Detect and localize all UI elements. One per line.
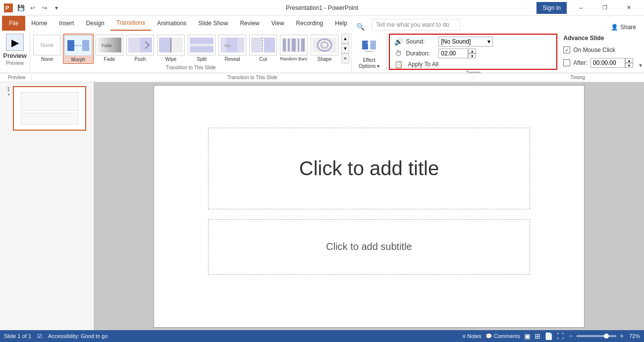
duration-row: ⏱ Duration: 02.00 ▲ ▼ bbox=[394, 49, 552, 58]
notes-button[interactable]: ≡ Notes bbox=[463, 333, 482, 339]
after-time-group: ▲ ▼ bbox=[590, 58, 633, 68]
transition-buttons: None None Morph bbox=[32, 34, 339, 64]
preview-button[interactable]: ▶ Preview bbox=[4, 34, 26, 59]
duration-down-button[interactable]: ▼ bbox=[468, 53, 476, 58]
canvas-area: Click to add title Click to add subtitle bbox=[94, 82, 644, 330]
transition-random-bars[interactable]: Random Bars bbox=[279, 34, 309, 62]
transition-none[interactable]: None None bbox=[32, 34, 62, 63]
tab-file[interactable]: File bbox=[2, 16, 25, 31]
tab-view[interactable]: View bbox=[266, 16, 290, 31]
preview-section-label: Preview bbox=[4, 60, 26, 66]
slide-sorter-button[interactable]: ⊞ bbox=[535, 332, 540, 340]
after-time-input[interactable] bbox=[590, 58, 625, 68]
after-checkbox[interactable] bbox=[563, 59, 570, 66]
tab-help[interactable]: Help bbox=[329, 16, 353, 31]
zoom-control: － ＋ bbox=[568, 332, 625, 341]
minimize-button[interactable]: ─ bbox=[570, 0, 592, 16]
duration-up-button[interactable]: ▲ bbox=[468, 49, 476, 53]
customize-qa-button[interactable]: ▾ bbox=[52, 3, 61, 13]
transition-fade[interactable]: Fade Fade bbox=[95, 34, 124, 63]
after-row: After: ▲ ▼ bbox=[563, 57, 633, 68]
advance-slide-section: Advance Slide On Mouse Click After: ▲ ▼ bbox=[559, 33, 637, 71]
slide-title-box[interactable]: Click to add title bbox=[208, 128, 530, 209]
transition-push[interactable]: Push bbox=[125, 34, 155, 63]
scroll-down-button[interactable]: ▼ bbox=[341, 44, 349, 53]
fade-icon: Fade bbox=[96, 35, 123, 55]
transition-shape[interactable]: Shape bbox=[310, 34, 339, 63]
transition-scroll: ▲ ▼ ≡ bbox=[341, 34, 349, 63]
slide-canvas[interactable]: Click to add title Click to add subtitle bbox=[154, 85, 585, 328]
on-mouse-click-checkbox[interactable] bbox=[563, 47, 570, 53]
svg-text:P: P bbox=[5, 5, 9, 11]
after-up-button[interactable]: ▲ bbox=[625, 58, 633, 63]
svg-rect-19 bbox=[264, 38, 275, 52]
share-button[interactable]: 👤 Share bbox=[605, 24, 642, 31]
comments-button[interactable]: 💬 Comments bbox=[485, 333, 520, 340]
scroll-up-button[interactable]: ▲ bbox=[341, 34, 349, 44]
effect-options-icon bbox=[359, 37, 379, 56]
tell-me-input[interactable]: Tell me what you want to do bbox=[372, 19, 461, 31]
zoom-out-button[interactable]: － bbox=[568, 332, 575, 341]
svg-text:Rev: Rev bbox=[224, 44, 231, 48]
transition-cut[interactable]: Cut bbox=[248, 34, 278, 63]
notes-icon: ≡ bbox=[463, 333, 466, 339]
svg-rect-30 bbox=[362, 41, 368, 49]
normal-view-button[interactable]: ▣ bbox=[524, 332, 531, 340]
status-bar: Slide 1 of 1 ☑ Accessibility: Good to go… bbox=[0, 330, 644, 342]
ribbon-expand-button[interactable]: ▾ bbox=[639, 62, 642, 69]
sign-in-button[interactable]: Sign in bbox=[537, 2, 567, 14]
reading-view-button[interactable]: 📄 bbox=[544, 332, 553, 340]
zoom-in-button[interactable]: ＋ bbox=[618, 332, 625, 341]
apply-all-icon: 📋 bbox=[394, 60, 403, 68]
main-area: 1 * Click to add title Click to add su bbox=[0, 82, 644, 330]
duration-input[interactable]: 02.00 bbox=[438, 49, 468, 58]
svg-rect-31 bbox=[370, 41, 376, 49]
tab-review[interactable]: Review bbox=[234, 16, 265, 31]
zoom-slider[interactable] bbox=[577, 335, 616, 337]
accessibility-text: Accessibility: Good to go bbox=[48, 333, 107, 339]
transition-wipe[interactable]: Wipe bbox=[156, 34, 186, 63]
svg-rect-2 bbox=[67, 40, 74, 51]
slide-subtitle-box[interactable]: Click to add subtitle bbox=[208, 219, 530, 275]
notes-label: Notes bbox=[467, 333, 482, 339]
svg-rect-14 bbox=[190, 46, 214, 52]
tab-slideshow[interactable]: Slide Show bbox=[192, 16, 234, 31]
svg-rect-13 bbox=[190, 38, 214, 44]
slideshow-button[interactable]: ⛶ bbox=[557, 332, 564, 340]
effect-options-section: EffectOptions ▾ bbox=[352, 33, 387, 71]
undo-button[interactable]: ↩ bbox=[28, 3, 38, 13]
slide-title-text: Click to add title bbox=[299, 157, 439, 180]
tell-me-label: Tell me what you want to do bbox=[376, 21, 449, 28]
thumb-title-area bbox=[21, 92, 78, 111]
sound-dropdown[interactable]: [No Sound] ▾ bbox=[438, 37, 493, 47]
tab-animations[interactable]: Animations bbox=[151, 16, 192, 31]
after-label: After: bbox=[573, 59, 588, 66]
close-button[interactable]: ✕ bbox=[617, 0, 640, 16]
save-button[interactable]: 💾 bbox=[16, 3, 26, 13]
after-down-button[interactable]: ▼ bbox=[625, 63, 633, 68]
apply-all-button[interactable]: Apply To All bbox=[406, 60, 440, 68]
share-icon: 👤 bbox=[611, 24, 618, 31]
effect-options-button[interactable]: EffectOptions ▾ bbox=[356, 35, 382, 71]
svg-rect-24 bbox=[292, 39, 296, 51]
timing-section-bar-label: Timing bbox=[513, 75, 642, 80]
transition-morph[interactable]: Morph bbox=[63, 34, 94, 64]
title-bar-right: Sign in ─ ❐ ✕ bbox=[537, 0, 640, 16]
svg-rect-7 bbox=[128, 38, 140, 52]
tab-transitions[interactable]: Transitions bbox=[110, 16, 151, 31]
tab-design[interactable]: Design bbox=[80, 16, 110, 31]
tab-home[interactable]: Home bbox=[25, 16, 53, 31]
timing-section: 🔊 Sound: [No Sound] ▾ ⏱ Duration: 02.00 … bbox=[389, 34, 557, 70]
wipe-icon bbox=[157, 35, 185, 55]
advance-slide-title: Advance Slide bbox=[563, 35, 633, 42]
status-right: ≡ Notes 💬 Comments ▣ ⊞ 📄 ⛶ － ＋ 72% bbox=[463, 332, 640, 341]
transition-split[interactable]: Split bbox=[187, 34, 216, 63]
scroll-more-button[interactable]: ≡ bbox=[341, 53, 349, 63]
restore-button[interactable]: ❐ bbox=[593, 0, 616, 16]
preview-icon: ▶ bbox=[6, 34, 24, 51]
tab-insert[interactable]: Insert bbox=[53, 16, 80, 31]
transition-reveal[interactable]: Rev Reveal bbox=[217, 34, 247, 63]
redo-button[interactable]: ↪ bbox=[40, 3, 50, 13]
slide-thumbnail[interactable] bbox=[13, 86, 86, 131]
tab-recording[interactable]: Recording bbox=[290, 16, 329, 31]
